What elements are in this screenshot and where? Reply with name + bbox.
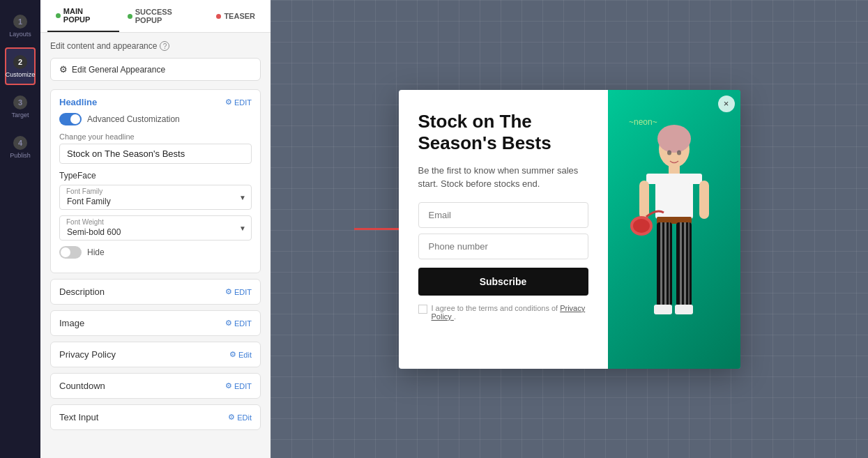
sidebar-nav: 1 Layouts 2 Customize 3 Target 4 Publish bbox=[0, 0, 40, 458]
popup-description: Be the first to know when summer sales s… bbox=[418, 164, 588, 191]
hide-toggle[interactable] bbox=[59, 246, 82, 259]
description-card[interactable]: Description ⚙ EDIT bbox=[50, 279, 261, 305]
sidebar-item-target[interactable]: 3 Target bbox=[5, 88, 36, 125]
popup-model-image: ~neon~ bbox=[608, 90, 740, 369]
svg-rect-5 bbox=[646, 174, 660, 184]
hide-label: Hide bbox=[87, 247, 105, 257]
svg-rect-3 bbox=[669, 165, 680, 175]
edit-general-appearance-button[interactable]: ⚙ Edit General Appearance bbox=[50, 58, 261, 81]
sidebar-item-customize[interactable]: 2 Customize bbox=[5, 47, 36, 85]
nav-number-1: 1 bbox=[13, 15, 27, 29]
tab-label-main-popup: MAIN POPUP bbox=[63, 7, 111, 24]
nav-label-customize: Customize bbox=[6, 71, 36, 78]
description-edit-label: EDIT bbox=[234, 288, 252, 296]
svg-rect-18 bbox=[654, 305, 672, 314]
svg-rect-7 bbox=[639, 181, 649, 219]
sidebar-item-layouts[interactable]: 1 Layouts bbox=[5, 7, 36, 45]
canvas-area: Stock on The Season's Bests Be the first… bbox=[271, 0, 868, 458]
nav-label-publish: Publish bbox=[10, 152, 31, 159]
privacy-policy-card[interactable]: Privacy Policy ⚙ Edit bbox=[50, 342, 261, 367]
countdown-title: Countdown bbox=[59, 381, 105, 391]
countdown-edit-button[interactable]: ⚙ EDIT bbox=[225, 381, 252, 390]
tab-dot-main bbox=[56, 13, 61, 18]
font-family-wrapper: Font Family Font Family ▼ bbox=[59, 185, 252, 210]
svg-point-21 bbox=[633, 219, 650, 233]
nav-number-3: 3 bbox=[13, 96, 27, 109]
countdown-gear-icon: ⚙ bbox=[225, 381, 232, 390]
advanced-customization-toggle[interactable] bbox=[59, 113, 82, 125]
svg-point-2 bbox=[657, 125, 691, 153]
hide-row: Hide bbox=[59, 246, 252, 259]
headline-edit-button[interactable]: ⚙ EDIT bbox=[225, 98, 252, 107]
svg-rect-13 bbox=[669, 222, 670, 306]
advanced-customization-row: Advanced Customization bbox=[59, 113, 252, 125]
image-gear-icon: ⚙ bbox=[225, 319, 232, 328]
svg-rect-15 bbox=[680, 222, 682, 306]
edit-content-label: Edit content and appearance ? bbox=[50, 41, 261, 51]
text-input-card[interactable]: Text Input ⚙ EDit bbox=[50, 404, 261, 430]
tab-dot-teaser bbox=[216, 14, 221, 19]
popup-email-input[interactable] bbox=[418, 202, 588, 228]
svg-rect-16 bbox=[684, 222, 686, 306]
close-button[interactable]: × bbox=[718, 96, 735, 112]
headline-title: Headline bbox=[59, 97, 97, 107]
headline-header-row: Headline ⚙ EDIT bbox=[59, 97, 252, 107]
headline-gear-icon: ⚙ bbox=[225, 98, 232, 107]
tab-success-popup[interactable]: SUCCESS POPUP bbox=[119, 0, 208, 32]
text-input-gear-icon: ⚙ bbox=[228, 413, 235, 422]
headline-card: Headline ⚙ EDIT Advanced Customization C… bbox=[50, 89, 261, 273]
description-edit-button[interactable]: ⚙ EDIT bbox=[225, 287, 252, 296]
change-headline-label: Change your headline bbox=[59, 132, 252, 141]
tab-label-teaser: TEASER bbox=[224, 12, 255, 20]
headline-text-input[interactable] bbox=[59, 144, 252, 164]
font-weight-wrapper: Font Weight Semi-bold 600 ▼ bbox=[59, 215, 252, 241]
image-edit-label: EDIT bbox=[234, 319, 252, 328]
popup-title: Stock on The Season's Bests bbox=[418, 111, 588, 154]
description-title: Description bbox=[59, 287, 105, 297]
typeface-label: TypeFace bbox=[59, 171, 252, 181]
nav-label-layouts: Layouts bbox=[9, 31, 31, 38]
image-card[interactable]: Image ⚙ EDIT bbox=[50, 310, 261, 336]
tabs-bar: MAIN POPUP SUCCESS POPUP TEASER bbox=[40, 0, 271, 33]
svg-point-23 bbox=[677, 150, 681, 155]
image-edit-button[interactable]: ⚙ EDIT bbox=[225, 319, 252, 328]
svg-rect-19 bbox=[675, 305, 693, 314]
privacy-policy-edit-label: Edit bbox=[238, 351, 252, 359]
model-svg: ~neon~ bbox=[608, 90, 740, 369]
text-input-title: Text Input bbox=[59, 412, 98, 422]
general-appearance-label: Edit General Appearance bbox=[72, 65, 165, 75]
svg-point-22 bbox=[667, 150, 671, 155]
popup-left: Stock on The Season's Bests Be the first… bbox=[399, 90, 608, 369]
svg-rect-11 bbox=[660, 222, 662, 306]
advanced-customization-label: Advanced Customization bbox=[87, 114, 180, 124]
popup-right: × ~neon~ bbox=[608, 90, 740, 369]
countdown-edit-label: EDIT bbox=[234, 382, 252, 390]
privacy-policy-edit-button[interactable]: ⚙ Edit bbox=[229, 350, 252, 359]
text-input-edit-button[interactable]: ⚙ EDit bbox=[228, 413, 252, 422]
privacy-row: I agree to the terms and conditions of P… bbox=[418, 304, 588, 321]
tab-main-popup[interactable]: MAIN POPUP bbox=[47, 0, 119, 32]
nav-label-target: Target bbox=[11, 112, 29, 119]
tab-teaser[interactable]: TEASER bbox=[208, 0, 264, 32]
svg-rect-6 bbox=[688, 174, 702, 184]
headline-edit-label: EDIT bbox=[234, 98, 252, 107]
text-input-edit-label: EDit bbox=[237, 413, 252, 422]
svg-text:~neon~: ~neon~ bbox=[629, 117, 657, 127]
svg-rect-8 bbox=[699, 181, 709, 219]
popup-container: Stock on The Season's Bests Be the first… bbox=[399, 90, 740, 369]
nav-number-4: 4 bbox=[13, 136, 27, 150]
font-family-select[interactable]: Font Family bbox=[59, 185, 252, 210]
privacy-checkbox[interactable] bbox=[418, 305, 427, 314]
popup-phone-input[interactable] bbox=[418, 234, 588, 259]
privacy-policy-gear-icon: ⚙ bbox=[229, 350, 236, 359]
subscribe-button[interactable]: Subscribe bbox=[418, 268, 588, 296]
tab-dot-success bbox=[128, 14, 132, 19]
font-weight-select[interactable]: Semi-bold 600 bbox=[59, 215, 252, 241]
tab-label-success-popup: SUCCESS POPUP bbox=[135, 8, 200, 24]
countdown-card[interactable]: Countdown ⚙ EDIT bbox=[50, 373, 261, 399]
gear-icon: ⚙ bbox=[59, 64, 68, 75]
help-icon: ? bbox=[160, 41, 169, 51]
sidebar-item-publish[interactable]: 4 Publish bbox=[5, 128, 36, 166]
control-panel: MAIN POPUP SUCCESS POPUP TEASER Edit con… bbox=[40, 0, 271, 458]
svg-rect-17 bbox=[688, 222, 690, 306]
